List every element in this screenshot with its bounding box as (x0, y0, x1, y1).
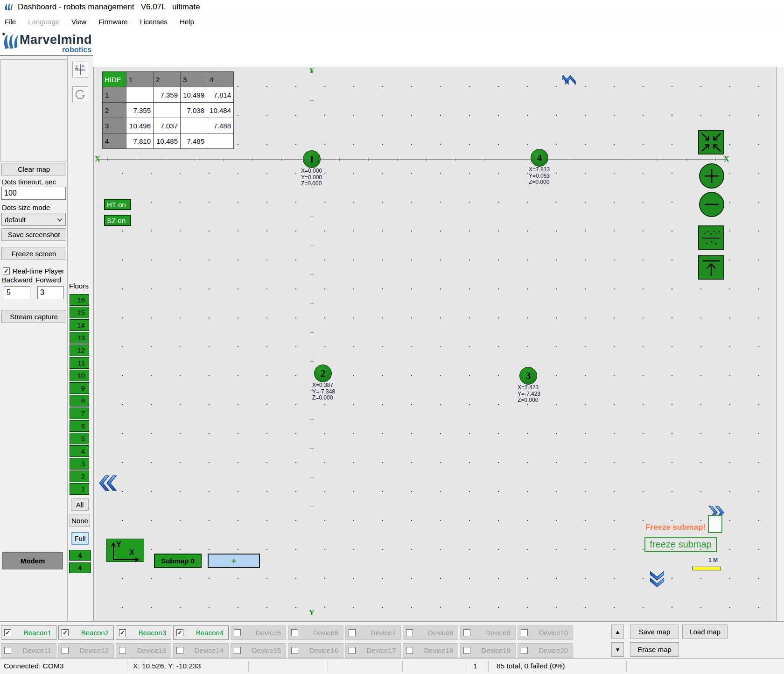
device-cell-beacon2[interactable]: ✓Beacon2 (58, 625, 114, 640)
device-list-up-button[interactable]: ▲ (611, 625, 624, 639)
device11-checkbox[interactable] (4, 647, 11, 654)
floor-button-11[interactable]: 11 (70, 357, 89, 369)
device13-checkbox[interactable] (119, 647, 126, 654)
device16-checkbox[interactable] (291, 647, 298, 654)
hide-button[interactable]: HIDE (103, 72, 126, 87)
floor-button-3[interactable]: 3 (70, 458, 89, 470)
floor-button-5[interactable]: 5 (70, 433, 89, 444)
erase-map-button[interactable]: Erase map (630, 642, 679, 657)
pan-up-icon[interactable] (562, 68, 579, 89)
device14-checkbox[interactable] (176, 647, 183, 654)
device-cell-device16[interactable]: Device16 (288, 643, 343, 658)
beacon1-checkbox[interactable]: ✓ (4, 629, 11, 636)
beacon-3-marker[interactable]: 3 (519, 367, 537, 385)
load-map-button[interactable]: Load map (682, 625, 728, 639)
device-cell-device17[interactable]: Device17 (345, 643, 401, 658)
modem-button[interactable]: Modem (2, 552, 63, 569)
device-cell-device6[interactable]: Device6 (288, 625, 343, 640)
device10-checkbox[interactable] (521, 629, 528, 636)
device6-checkbox[interactable] (291, 629, 298, 636)
floor-button-12[interactable]: 12 (70, 344, 89, 356)
submap-0-button[interactable]: Submap 0 (154, 554, 202, 568)
floor-button-7[interactable]: 7 (70, 407, 89, 419)
device-cell-device20[interactable]: Device20 (518, 643, 573, 658)
menu-licenses[interactable]: Licenses (140, 18, 168, 26)
zoom-out-button[interactable] (699, 192, 724, 217)
snap-top-button[interactable] (698, 255, 724, 280)
floor-button-10[interactable]: 10 (70, 370, 89, 381)
rotate-view-button[interactable] (72, 86, 88, 102)
floor-button-14[interactable]: 14 (70, 319, 89, 331)
device18-checkbox[interactable] (406, 647, 413, 654)
realtime-player-checkbox[interactable]: ✓ (3, 267, 10, 274)
floors-all-button[interactable]: All (71, 498, 89, 511)
menu-file[interactable]: File (5, 18, 16, 26)
freeze-submap-button[interactable]: freeze submap (644, 537, 717, 552)
floor-button-15[interactable]: 15 (70, 307, 89, 318)
floors-full-button[interactable]: Full (71, 532, 89, 545)
menu-language[interactable]: Language (28, 18, 59, 26)
menu-firmware[interactable]: Firmware (98, 18, 128, 26)
device7-checkbox[interactable] (349, 629, 356, 636)
backward-input[interactable]: 5 (4, 286, 30, 299)
device-cell-device9[interactable]: Device9 (460, 625, 516, 640)
beacon4-checkbox[interactable]: ✓ (176, 629, 183, 636)
floors-none-button[interactable]: None (70, 514, 90, 527)
menu-view[interactable]: View (71, 18, 86, 26)
floor-button-13[interactable]: 13 (70, 332, 89, 344)
realtime-player-toggle[interactable]: ✓ Real-time Player (3, 267, 64, 275)
forward-input[interactable]: 3 (37, 286, 64, 299)
device19-checkbox[interactable] (463, 647, 470, 654)
device-cell-device5[interactable]: Device5 (231, 625, 286, 640)
device-cell-device18[interactable]: Device18 (403, 643, 458, 658)
floor-extra-button-1[interactable]: 4 (69, 550, 91, 561)
clear-map-button[interactable]: Clear map (1, 163, 66, 176)
beacon3-checkbox[interactable]: ✓ (119, 629, 126, 636)
device-cell-beacon4[interactable]: ✓Beacon4 (173, 625, 229, 640)
ht-on-badge[interactable]: HT on (104, 199, 131, 210)
floor-extra-button-2[interactable]: 4 (69, 562, 91, 573)
pan-left-icon[interactable] (96, 474, 118, 492)
floor-button-8[interactable]: 8 (70, 395, 89, 407)
device17-checkbox[interactable] (349, 647, 356, 654)
floor-button-4[interactable]: 4 (70, 445, 89, 457)
beacon-1-marker[interactable]: 1 (303, 150, 321, 168)
device-cell-device8[interactable]: Device8 (403, 625, 458, 640)
pan-down-icon[interactable] (649, 566, 665, 587)
device8-checkbox[interactable] (406, 629, 413, 636)
freeze-screen-button[interactable]: Freeze screen (1, 247, 66, 260)
floor-button-9[interactable]: 9 (70, 382, 89, 394)
axis-mode-button[interactable]: x y (72, 62, 88, 77)
device-cell-device11[interactable]: Device11 (1, 643, 56, 658)
device15-checkbox[interactable] (234, 647, 241, 654)
freeze-submap-indicator[interactable] (708, 515, 722, 533)
device20-checkbox[interactable] (521, 647, 528, 654)
device5-checkbox[interactable] (234, 629, 241, 636)
save-screenshot-button[interactable]: Save screenshot (1, 228, 66, 241)
device-cell-device13[interactable]: Device13 (116, 643, 171, 658)
device12-checkbox[interactable] (62, 647, 69, 654)
stream-capture-button[interactable]: Stream capture (1, 310, 66, 323)
beacon-4-marker[interactable]: 4 (531, 149, 548, 167)
sz-on-badge[interactable]: SZ on (104, 215, 131, 226)
menu-help[interactable]: Help (180, 18, 194, 26)
device-cell-device7[interactable]: Device7 (345, 625, 401, 640)
floor-button-6[interactable]: 6 (70, 420, 89, 432)
device-list-down-button[interactable]: ▼ (611, 642, 624, 657)
floor-button-1[interactable]: 1 (70, 483, 89, 495)
zoom-in-button[interactable] (699, 163, 724, 189)
device-cell-device19[interactable]: Device19 (460, 643, 516, 658)
device-cell-device14[interactable]: Device14 (173, 643, 229, 658)
dots-timeout-input[interactable]: 100 (1, 187, 66, 200)
device-cell-device10[interactable]: Device10 (518, 625, 573, 640)
device-cell-beacon1[interactable]: ✓Beacon1 (1, 625, 56, 640)
device-cell-device15[interactable]: Device15 (231, 643, 286, 658)
floor-button-2[interactable]: 2 (70, 470, 89, 482)
fit-to-screen-button[interactable] (698, 130, 724, 154)
dots-size-select[interactable]: default (1, 213, 66, 226)
floor-button-16[interactable]: 16 (70, 294, 89, 306)
device9-checkbox[interactable] (463, 629, 470, 636)
beacon2-checkbox[interactable]: ✓ (62, 629, 69, 636)
beacon-2-marker[interactable]: 2 (314, 365, 332, 382)
device-cell-beacon3[interactable]: ✓Beacon3 (116, 625, 171, 640)
